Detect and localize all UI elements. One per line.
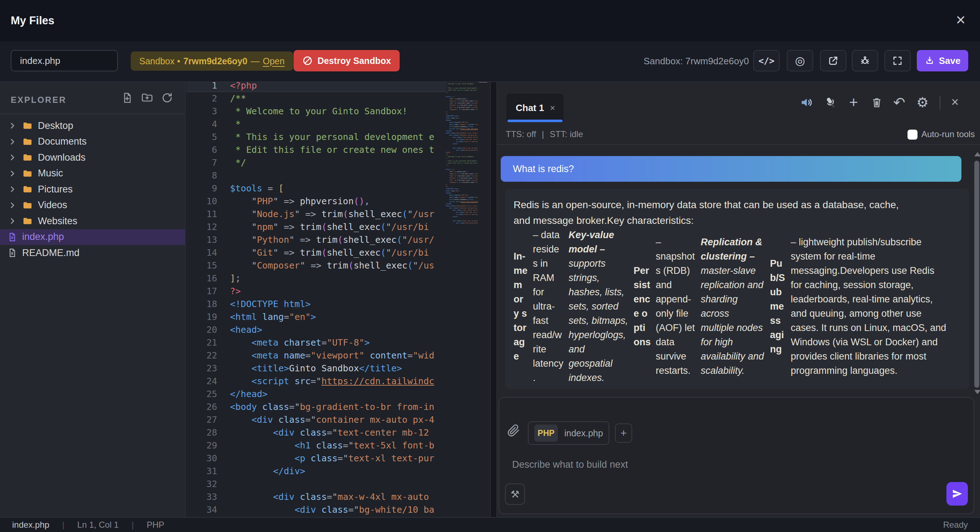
editor-line[interactable]: 5 * This is your personal development e <box>186 131 446 143</box>
tts-speaker-button[interactable] <box>799 94 815 111</box>
sidebar-folder-item[interactable]: Websites <box>0 213 185 229</box>
sandbox-open-link[interactable]: Open <box>263 56 285 67</box>
line-number: 22 <box>186 349 217 362</box>
sidebar-file-item[interactable]: README.md <box>0 245 185 261</box>
editor-line[interactable]: 20 <head> <box>186 324 446 336</box>
sidebar-folder-item[interactable]: Music <box>0 166 185 182</box>
editor-line[interactable]: 34 <div class="bg-white/10 ba <box>186 503 446 516</box>
editor-line[interactable]: 32 <box>186 478 446 491</box>
editor-line[interactable]: 30 <p class="text-xl text-pur <box>186 452 446 465</box>
open-external-button[interactable] <box>820 50 846 71</box>
editor-line[interactable]: 16 ]; <box>186 272 446 285</box>
editor-scrollbar-thumb[interactable] <box>479 82 488 83</box>
editor-lines: 1 <?php 2 /** 3 * Welcome to your Ginto … <box>186 82 446 516</box>
app-window: My Files × Sandbox • 7rwm9d2e6oy0 — Open… <box>0 0 980 532</box>
editor-line[interactable]: 10 "PHP" => phpversion(), <box>186 195 446 208</box>
line-number: 9 <box>186 182 217 195</box>
folder-icon <box>22 152 33 163</box>
sidebar-folder-item[interactable]: Documents <box>0 134 185 150</box>
sandbox-badge[interactable]: Sandbox • 7rwm9d2e6oy0 — Open <box>131 51 293 71</box>
chat-scrollbar-thumb[interactable] <box>974 161 979 388</box>
sidebar-folder-item[interactable]: Downloads <box>0 149 185 166</box>
statusbar-ready: Ready <box>943 518 968 532</box>
line-number: 13 <box>186 233 217 246</box>
sidebar-folder-item[interactable]: Desktop <box>0 118 185 134</box>
editor-line[interactable]: 9 $tools = [ <box>186 182 446 195</box>
microphone-button[interactable] <box>822 94 839 111</box>
chat-tab-close-icon[interactable]: × <box>550 102 555 114</box>
send-button[interactable] <box>947 482 968 506</box>
chat-tab[interactable]: Chat 1 × <box>506 94 563 122</box>
panel-splitter[interactable] <box>490 82 497 517</box>
line-number: 26 <box>186 400 217 413</box>
editor-line[interactable]: 8 <box>186 169 446 182</box>
code-view-button[interactable]: </> <box>753 50 780 71</box>
undo-icon[interactable]: ↶ <box>891 94 907 111</box>
minimap[interactable]: <?php/** * Welcome to your Ginto Sandbox… <box>446 82 478 260</box>
folder-icon <box>22 216 33 226</box>
chat-input[interactable] <box>512 459 934 480</box>
editor-line[interactable]: 13 "Python" => trim(shell_exec("/usr/ <box>186 233 446 246</box>
line-code: <div class="container mx-auto px-4 <box>230 413 439 426</box>
sidebar-folder-item[interactable]: Pictures <box>0 181 185 197</box>
editor-line[interactable]: 25 </head> <box>186 388 446 400</box>
editor-line[interactable]: 15 "Composer" => trim(shell_exec("/us <box>186 259 446 272</box>
line-number: 1 <box>186 82 217 92</box>
line-code: <?php <box>230 82 439 92</box>
editor-line[interactable]: 14 "Git" => trim(shell_exec("/usr/bi <box>186 246 446 259</box>
editor-line[interactable]: 2 /** <box>186 92 446 105</box>
sidebar-file-item[interactable]: index.php <box>0 229 185 245</box>
new-chat-plus-icon[interactable]: + <box>845 94 862 111</box>
destroy-sandbox-button[interactable]: Destroy Sandbox <box>294 50 399 71</box>
new-file-button[interactable] <box>119 90 135 106</box>
code-editor[interactable]: 1 <?php 2 /** 3 * Welcome to your Ginto … <box>186 82 490 517</box>
chevron-right-icon <box>8 201 17 210</box>
user-message: What is redis? <box>501 156 961 182</box>
editor-line[interactable]: 29 <h1 class="text-5xl font-b <box>186 439 446 452</box>
line-code: <meta charset="UTF-8"> <box>230 336 439 349</box>
tools-button[interactable]: ⚒ <box>505 483 525 505</box>
chat-scroll-down-arrow[interactable] <box>974 390 980 394</box>
chat-close-icon[interactable]: × <box>947 94 963 111</box>
settings-gear-icon[interactable]: ⚙ <box>914 94 931 111</box>
editor-line[interactable]: 7 */ <box>186 156 446 169</box>
filename-input[interactable] <box>11 50 118 71</box>
editor-line[interactable]: 19 <html lang="en"> <box>186 311 446 324</box>
editor-line[interactable]: 28 <div class="text-center mb-12 <box>186 426 446 439</box>
editor-line[interactable]: 33 <div class="max-w-4xl mx-auto <box>186 491 446 503</box>
editor-line[interactable]: 1 <?php <box>186 82 446 92</box>
autorun-checkbox[interactable] <box>907 130 918 140</box>
debug-bug-button[interactable] <box>852 50 878 71</box>
editor-line[interactable]: 6 * Edit this file or create new ones t <box>186 143 446 156</box>
line-number: 6 <box>186 143 217 156</box>
editor-line[interactable]: 31 </div> <box>186 465 446 478</box>
editor-line[interactable]: 23 <title>Ginto Sandbox</title> <box>186 362 446 375</box>
fullscreen-button[interactable] <box>884 50 911 71</box>
sidebar-folder-item[interactable]: Videos <box>0 197 185 213</box>
save-button[interactable]: Save <box>917 50 968 71</box>
editor-line[interactable]: 11 "Node.js" => trim(shell_exec("/usr <box>186 208 446 221</box>
editor-line[interactable]: 12 "npm" => trim(shell_exec("/usr/bi <box>186 221 446 233</box>
editor-line[interactable]: 22 <meta name="viewport" content="wid <box>186 349 446 362</box>
line-number: 4 <box>186 118 217 131</box>
refresh-button[interactable] <box>159 90 175 106</box>
editor-line[interactable]: 3 * Welcome to your Ginto Sandbox! <box>186 105 446 118</box>
editor-line[interactable]: 4 * <box>186 118 446 131</box>
attachment-chip[interactable]: PHP index.php <box>528 421 609 445</box>
line-number: 24 <box>186 375 217 388</box>
editor-line[interactable]: 27 <div class="container mx-auto px-4 <box>186 413 446 426</box>
editor-line[interactable]: 17 ?> <box>186 285 446 298</box>
new-folder-button[interactable] <box>139 90 155 106</box>
trash-icon[interactable] <box>869 94 885 111</box>
window-close-icon[interactable]: × <box>950 9 971 32</box>
add-attachment-button[interactable]: + <box>615 424 632 443</box>
window-header: My Files × <box>0 0 980 41</box>
preview-button[interactable]: ◎ <box>787 50 813 71</box>
editor-line[interactable]: 21 <meta charset="UTF-8"> <box>186 336 446 349</box>
editor-line[interactable]: 26 <body class="bg-gradient-to-br from-i… <box>186 400 446 413</box>
line-code: */ <box>230 156 439 169</box>
chevron-right-icon <box>8 169 17 178</box>
editor-line[interactable]: 18 <!DOCTYPE html> <box>186 298 446 311</box>
editor-line[interactable]: 24 <script src="https://cdn.tailwindc <box>186 375 446 388</box>
chat-scroll-up-arrow[interactable] <box>974 152 980 156</box>
